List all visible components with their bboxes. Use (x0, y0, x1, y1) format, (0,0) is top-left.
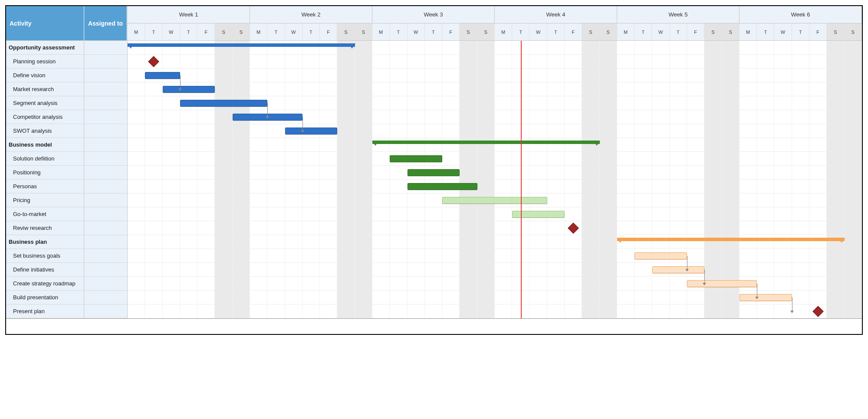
timeline-row[interactable] (128, 180, 862, 193)
timeline-row[interactable] (128, 304, 862, 318)
today-marker (521, 41, 522, 318)
dependency-arrow-icon (302, 117, 303, 131)
task-row[interactable]: Set business goals (6, 249, 127, 263)
group-row[interactable]: Opportunity assessment (6, 41, 127, 55)
gantt-footer (6, 318, 862, 334)
task-row[interactable]: Go-to-market (6, 207, 127, 221)
week-header: Week 6 (740, 6, 862, 23)
task-bar[interactable] (285, 128, 338, 134)
day-header: T (145, 23, 162, 41)
task-bar[interactable] (408, 169, 460, 176)
summary-bar[interactable] (128, 43, 355, 47)
week-header: Week 4 (495, 6, 617, 23)
task-bar[interactable] (652, 266, 705, 273)
week-header: Week 3 (372, 6, 495, 23)
task-bar[interactable] (180, 100, 267, 107)
task-bar[interactable] (635, 252, 687, 259)
week-header: Week 5 (617, 6, 740, 23)
task-row[interactable]: Define vision (6, 69, 127, 82)
milestone-diamond-icon[interactable] (148, 56, 159, 67)
task-bar[interactable] (442, 197, 547, 204)
timeline-row[interactable] (128, 249, 862, 263)
assigned-cell (84, 207, 127, 221)
day-header: M (495, 23, 512, 41)
task-row[interactable]: Segment analysis (6, 96, 127, 110)
task-row[interactable]: Positioning (6, 166, 127, 180)
task-row[interactable]: Planning session (6, 55, 127, 69)
task-row[interactable]: Reviw research (6, 221, 127, 235)
task-row[interactable]: Competitor analysis (6, 110, 127, 124)
task-bar[interactable] (163, 86, 215, 93)
column-header-activity[interactable]: Activity (6, 6, 84, 41)
task-row[interactable]: Market research (6, 82, 127, 96)
timeline-row[interactable] (128, 221, 862, 235)
task-label: Market research (6, 82, 84, 96)
task-label: Present plan (6, 304, 84, 318)
day-header: M (372, 23, 390, 41)
task-bar[interactable] (390, 155, 442, 162)
task-label: Set business goals (6, 249, 84, 262)
timeline-row[interactable] (128, 207, 862, 221)
task-bar[interactable] (687, 280, 757, 287)
task-bar[interactable] (512, 211, 565, 218)
task-row[interactable]: Present plan (6, 304, 127, 318)
column-header-assigned[interactable]: Assigned to (84, 6, 127, 41)
timeline-row[interactable] (128, 193, 862, 207)
milestone-diamond-icon[interactable] (813, 306, 824, 317)
week-header: Week 1 (128, 6, 250, 23)
day-header: T (425, 23, 442, 41)
timeline-row[interactable] (128, 291, 862, 304)
timeline-row[interactable] (128, 96, 862, 110)
task-row[interactable]: Define initiatives (6, 263, 127, 277)
task-row[interactable]: Personas (6, 180, 127, 193)
timeline-row[interactable] (128, 55, 862, 69)
task-row[interactable]: Create strategy roadmap (6, 277, 127, 291)
summary-bar[interactable] (617, 238, 845, 241)
assigned-cell (84, 193, 127, 207)
task-row[interactable]: Build presentation (6, 291, 127, 304)
group-row[interactable]: Business model (6, 138, 127, 152)
day-header: T (180, 23, 197, 41)
assigned-cell (84, 152, 127, 165)
day-header: F (197, 23, 215, 41)
timeline-body[interactable] (128, 41, 862, 318)
day-header: S (582, 23, 599, 41)
timeline-row[interactable] (128, 166, 862, 180)
task-label: Define initiatives (6, 263, 84, 276)
task-row[interactable]: Solution defiition (6, 152, 127, 166)
task-label: Pricing (6, 193, 84, 207)
timeline-row[interactable] (128, 82, 862, 96)
timeline-row[interactable] (128, 124, 862, 138)
milestone-diamond-icon[interactable] (568, 223, 579, 233)
dependency-arrow-icon (792, 298, 792, 311)
day-header: W (408, 23, 425, 41)
timeline-row[interactable] (128, 110, 862, 124)
dependency-arrow-icon (267, 103, 268, 117)
timeline-row[interactable] (128, 69, 862, 82)
summary-bar[interactable] (372, 141, 600, 144)
task-row[interactable]: Pricing (6, 193, 127, 207)
timeline-row[interactable] (128, 138, 862, 152)
assigned-cell (84, 166, 127, 179)
task-bar[interactable] (740, 294, 792, 301)
day-header: W (285, 23, 302, 41)
timeline-row[interactable] (128, 235, 862, 249)
group-row[interactable]: Business plan (6, 235, 127, 249)
timeline-row[interactable] (128, 263, 862, 277)
gantt-chart: Activity Assigned to Opportunity assessm… (5, 5, 863, 335)
task-list-header: Activity Assigned to (6, 6, 127, 41)
timeline-row[interactable] (128, 152, 862, 166)
assigned-cell (84, 110, 127, 124)
task-label: Opportunity assessment (6, 41, 84, 54)
assigned-cell (84, 41, 127, 54)
task-bar[interactable] (408, 183, 477, 190)
task-list-panel: Activity Assigned to Opportunity assessm… (6, 6, 128, 318)
assigned-cell (84, 277, 127, 290)
task-row[interactable]: SWOT analysis (6, 124, 127, 138)
day-header: S (827, 23, 844, 41)
day-header: S (600, 23, 617, 41)
timeline-row[interactable] (128, 41, 862, 55)
task-bar[interactable] (145, 72, 180, 79)
timeline-row[interactable] (128, 277, 862, 291)
assigned-cell (84, 180, 127, 193)
